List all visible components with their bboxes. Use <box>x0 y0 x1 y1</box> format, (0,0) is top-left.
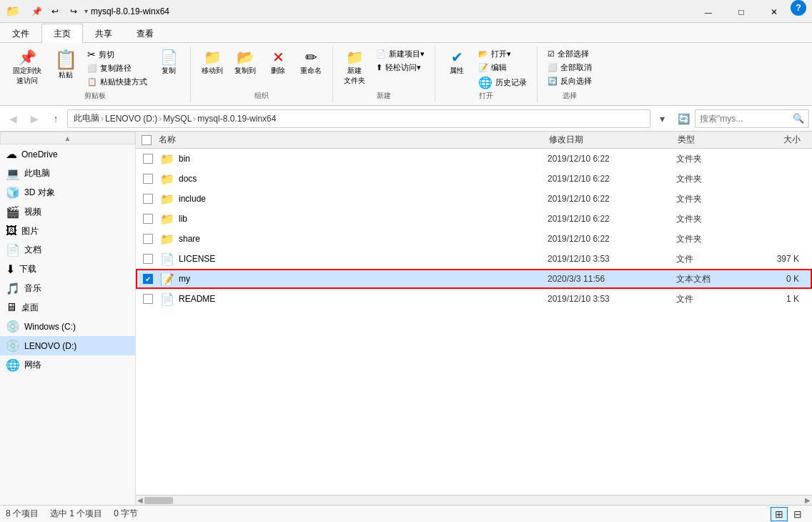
back-button[interactable]: ◀ <box>3 109 23 129</box>
pin-to-quickaccess-button[interactable]: 📌 固定到快 速访问 <box>6 47 49 89</box>
new-item-button[interactable]: 📄 新建项目▾ <box>372 47 429 61</box>
title-bar: 📁 📌 ↩ ↪ ▾ mysql-8.0.19-winx64 ? <box>0 0 812 23</box>
maximize-button[interactable] <box>725 0 758 23</box>
path-folder[interactable]: mysql-8.0.19-winx64 <box>197 114 276 124</box>
delete-button[interactable]: ✕ 删除 <box>262 47 294 79</box>
checkbox-2[interactable] <box>143 194 153 204</box>
header-date[interactable]: 修改日期 <box>549 134 678 146</box>
sidebar-item-downloads[interactable]: ⬇下载 <box>0 260 135 279</box>
header-size[interactable]: 大小 <box>749 134 806 146</box>
copy-button[interactable]: 📄 复制 <box>153 47 184 79</box>
paste-shortcut-button[interactable]: 📋 粘贴快捷方式 <box>83 75 152 89</box>
copy-to-button[interactable]: 📂 复制到 <box>229 47 261 79</box>
sidebar-item-music[interactable]: 🎵音乐 <box>0 279 135 298</box>
quick-access-dropdown[interactable]: ▾ <box>84 7 88 15</box>
file-row[interactable]: 📄 LICENSE 2019/12/10 3:53 文件 397 K <box>136 249 812 269</box>
file-row[interactable]: 📁 include 2019/12/10 6:22 文件夹 <box>136 189 812 209</box>
new-folder-button[interactable]: 📁 新建 文件夹 <box>339 47 370 89</box>
sidebar-item-desktop[interactable]: 🖥桌面 <box>0 298 135 317</box>
up-button[interactable]: ↑ <box>46 109 66 129</box>
sidebar-item-documents[interactable]: 📄文档 <box>0 240 135 260</box>
checkbox-7[interactable] <box>143 294 153 304</box>
sidebar-item-onedrive[interactable]: ☁OneDrive <box>0 144 135 164</box>
checkbox-5[interactable] <box>143 254 153 264</box>
sidebar-item-pictures[interactable]: 🖼图片 <box>0 222 135 240</box>
quick-undo-btn[interactable]: ↩ <box>47 4 63 19</box>
address-path[interactable]: 此电脑 › LENOVO (D:) › MySQL › mysql-8.0.19… <box>67 109 650 128</box>
search-box[interactable]: 🔍 <box>695 109 809 128</box>
sidebar-item-network[interactable]: 🌐网络 <box>0 355 135 375</box>
refresh-button[interactable]: 🔄 <box>673 109 693 129</box>
move-to-button[interactable]: 📁 移动到 <box>197 47 228 79</box>
newitem-icon: 📄 <box>376 49 386 59</box>
tab-share[interactable]: 共享 <box>83 24 124 43</box>
minimize-button[interactable] <box>692 0 725 23</box>
file-row[interactable]: 📁 docs 2019/12/10 6:22 文件夹 <box>136 169 812 189</box>
file-row[interactable]: 📁 bin 2019/12/10 6:22 文件夹 <box>136 149 812 169</box>
sidebar-item-3dobjects[interactable]: 🧊3D 对象 <box>0 183 135 202</box>
hscroll-right[interactable]: ▶ <box>805 496 811 504</box>
tab-view[interactable]: 查看 <box>124 24 166 43</box>
sidebar-item-thispc[interactable]: 💻此电脑 <box>0 164 135 183</box>
properties-button[interactable]: ✔ 属性 <box>441 47 472 79</box>
row-check-4[interactable] <box>143 234 160 244</box>
path-thispc[interactable]: 此电脑 <box>74 112 99 124</box>
copypath-icon: ⬜ <box>87 64 97 73</box>
tab-home[interactable]: 主页 <box>41 24 83 43</box>
checkbox-3[interactable] <box>143 214 153 224</box>
file-row[interactable]: 📁 share 2019/12/10 6:22 文件夹 <box>136 229 812 249</box>
select-all-checkbox[interactable] <box>142 135 152 145</box>
checkbox-1[interactable] <box>143 174 153 184</box>
row-check-0[interactable] <box>143 154 160 164</box>
select-all-button[interactable]: ☑ 全部选择 <box>543 47 596 61</box>
help-button[interactable]: ? <box>791 0 806 16</box>
search-icon[interactable]: 🔍 <box>793 113 804 124</box>
row-check-7[interactable] <box>143 294 160 304</box>
row-check-2[interactable] <box>143 194 160 204</box>
file-row[interactable]: 📄 README 2019/12/10 3:53 文件 1 K <box>136 289 812 309</box>
row-check-1[interactable] <box>143 174 160 184</box>
search-input[interactable] <box>700 114 790 124</box>
tab-file[interactable]: 文件 <box>0 24 41 43</box>
main-area: ▲ ☁OneDrive💻此电脑🧊3D 对象🎬视频🖼图片📄文档⬇下载🎵音乐🖥桌面💿… <box>0 132 812 505</box>
newfolder-icon: 📁 <box>346 50 364 64</box>
header-check[interactable] <box>142 135 159 145</box>
checkbox-4[interactable] <box>143 234 153 244</box>
sidebar-scroll-up[interactable]: ▲ <box>0 132 135 144</box>
forward-button[interactable]: ▶ <box>24 109 44 129</box>
rename-button[interactable]: ✏ 重命名 <box>295 47 327 79</box>
close-button[interactable] <box>758 0 791 23</box>
edit-button[interactable]: 📝 编辑 <box>474 61 531 74</box>
file-row[interactable]: 📁 lib 2019/12/10 6:22 文件夹 <box>136 209 812 229</box>
paste-button[interactable]: 📋 粘贴 <box>50 47 81 83</box>
row-check-6[interactable]: ✔ <box>143 274 160 284</box>
hscroll-thumb[interactable] <box>144 497 173 504</box>
easy-access-button[interactable]: ⬆ 轻松访问▾ <box>372 61 429 74</box>
quick-pin-btn[interactable]: 📌 <box>29 4 44 19</box>
history-button[interactable]: 🌐 历史记录 <box>474 74 531 91</box>
header-type[interactable]: 类型 <box>678 134 749 146</box>
sidebar-item-videos[interactable]: 🎬视频 <box>0 202 135 222</box>
quick-redo-btn[interactable]: ↪ <box>66 4 81 19</box>
checkbox-6[interactable]: ✔ <box>143 274 153 284</box>
sidebar-item-windowsc[interactable]: 💿Windows (C:) <box>0 317 135 336</box>
invert-selection-button[interactable]: 🔄 反向选择 <box>543 74 596 88</box>
path-drive[interactable]: LENOVO (D:) <box>105 114 157 124</box>
details-view-button[interactable]: ⊞ <box>771 507 788 521</box>
sidebar-icon-3dobjects: 🧊 <box>6 186 20 200</box>
row-check-5[interactable] <box>143 254 160 264</box>
row-check-3[interactable] <box>143 214 160 224</box>
cut-button[interactable]: ✂ 剪切 <box>83 47 152 61</box>
dropdown-button[interactable]: ▾ <box>652 109 672 129</box>
open-col: 📂 打开▾ 📝 编辑 🌐 历史记录 <box>474 47 531 91</box>
path-mysql[interactable]: MySQL <box>163 114 192 124</box>
deselect-all-button[interactable]: ⬜ 全部取消 <box>543 61 596 74</box>
checkbox-0[interactable] <box>143 154 153 164</box>
copy-path-button[interactable]: ⬜ 复制路径 <box>83 61 152 75</box>
open-button[interactable]: 📂 打开▾ <box>474 47 531 61</box>
large-icons-view-button[interactable]: ⊟ <box>789 507 806 521</box>
sidebar-item-lenovod[interactable]: 💿LENOVO (D:) <box>0 336 135 355</box>
hscroll-left[interactable]: ◀ <box>137 496 143 504</box>
header-name[interactable]: 名称 <box>159 134 549 146</box>
file-row[interactable]: ✔ 📝 my 2020/3/3 11:56 文本文档 0 K <box>136 269 812 289</box>
